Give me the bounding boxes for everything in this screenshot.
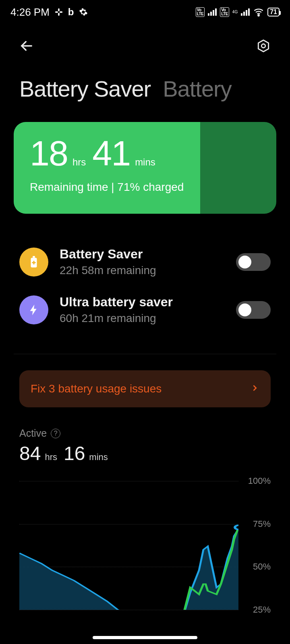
svg-rect-10 bbox=[33, 261, 35, 264]
remaining-hours: 18 bbox=[30, 136, 68, 171]
ytick-100: 100% bbox=[248, 476, 271, 486]
ytick-50: 50% bbox=[253, 561, 271, 572]
help-icon[interactable]: ? bbox=[51, 429, 60, 438]
ytick-75: 75% bbox=[253, 519, 271, 529]
home-indicator[interactable] bbox=[93, 636, 197, 639]
net-type: 4G bbox=[232, 10, 238, 14]
svg-rect-0 bbox=[58, 8, 60, 11]
settings-button[interactable] bbox=[254, 36, 273, 56]
svg-rect-3 bbox=[60, 11, 62, 13]
volte-icon-2: VoLTE bbox=[220, 7, 229, 17]
remaining-time-card[interactable]: 18 hrs 41 mins Remaining time | 71% char… bbox=[14, 122, 276, 214]
hours-unit: hrs bbox=[72, 157, 86, 168]
svg-rect-2 bbox=[55, 11, 58, 13]
svg-point-6 bbox=[261, 44, 265, 48]
svg-rect-8 bbox=[33, 256, 35, 258]
option-ultra-battery-saver[interactable]: Ultra battery saver 60h 21m remaining bbox=[19, 286, 271, 334]
ytick-25: 25% bbox=[253, 605, 271, 615]
battery-saver-toggle[interactable] bbox=[236, 253, 271, 271]
battery-indicator: 71 bbox=[267, 8, 280, 17]
back-button[interactable] bbox=[17, 36, 36, 56]
chevron-right-icon bbox=[251, 384, 259, 394]
active-stats: Active ? 84 hrs 16 mins bbox=[0, 427, 290, 465]
active-label: Active bbox=[19, 427, 47, 439]
tab-battery-saver[interactable]: Battery Saver bbox=[19, 76, 151, 102]
signal-icon-1 bbox=[208, 8, 217, 16]
active-mins-unit: mins bbox=[89, 452, 108, 462]
svg-point-4 bbox=[258, 15, 259, 16]
battery-plus-icon bbox=[19, 248, 48, 277]
battery-chart[interactable]: 100% 75% 50% 25% bbox=[19, 481, 271, 610]
app-icon: b bbox=[68, 6, 74, 18]
gear-icon bbox=[79, 8, 88, 17]
ultra-saver-toggle[interactable] bbox=[236, 301, 271, 319]
remaining-subtitle: Remaining time | 71% charged bbox=[30, 181, 260, 194]
status-bar: 4:26 PM b VoLTE VoLTE 4G 71 bbox=[0, 0, 290, 24]
chart-y-axis: 100% 75% 50% 25% bbox=[242, 481, 271, 610]
page-tabs: Battery Saver Battery bbox=[0, 60, 290, 122]
option-title: Battery Saver bbox=[60, 247, 225, 262]
svg-marker-5 bbox=[258, 40, 268, 52]
mins-unit: mins bbox=[135, 157, 155, 168]
active-hours: 84 bbox=[19, 442, 41, 464]
divider bbox=[14, 354, 276, 354]
option-title: Ultra battery saver bbox=[60, 295, 225, 310]
signal-icon-2 bbox=[241, 8, 250, 16]
fix-issues-button[interactable]: Fix 3 battery usage issues bbox=[19, 370, 271, 407]
wifi-icon bbox=[253, 6, 264, 18]
active-hours-unit: hrs bbox=[45, 452, 57, 462]
status-time: 4:26 PM bbox=[10, 6, 50, 19]
option-subtitle: 60h 21m remaining bbox=[60, 312, 225, 325]
tab-battery[interactable]: Battery bbox=[163, 76, 231, 102]
remaining-mins: 41 bbox=[92, 136, 130, 171]
active-mins: 16 bbox=[64, 442, 85, 464]
slack-icon bbox=[54, 8, 63, 17]
bolt-icon bbox=[19, 295, 48, 324]
svg-rect-1 bbox=[58, 13, 60, 16]
option-battery-saver[interactable]: Battery Saver 22h 58m remaining bbox=[19, 238, 271, 286]
volte-icon-1: VoLTE bbox=[196, 7, 205, 17]
option-subtitle: 22h 58m remaining bbox=[60, 264, 225, 277]
fix-issues-label: Fix 3 battery usage issues bbox=[31, 382, 162, 395]
